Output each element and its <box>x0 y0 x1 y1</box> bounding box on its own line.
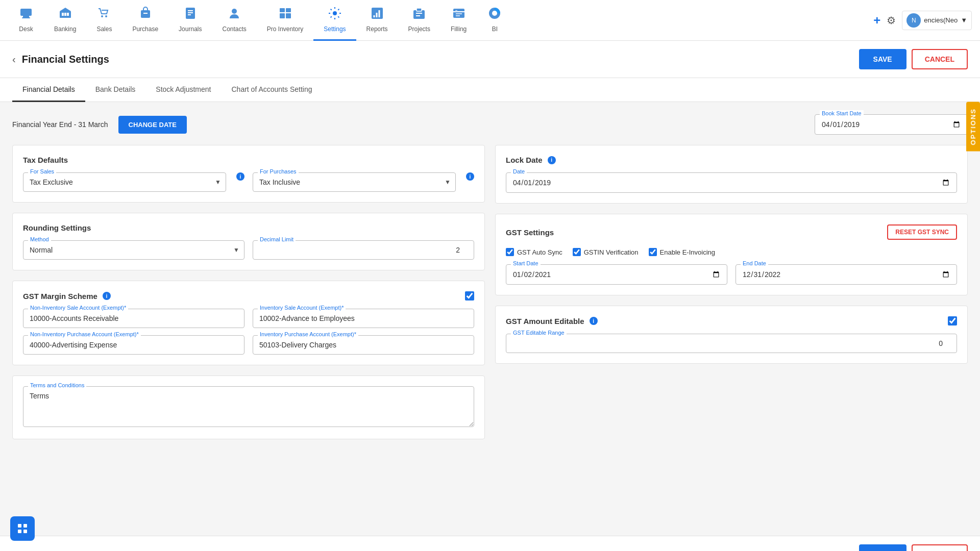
gst-editable-range-input[interactable] <box>506 334 957 353</box>
svg-point-16 <box>232 9 237 14</box>
back-button[interactable]: ‹ <box>12 54 16 65</box>
tax-defaults-row: For Sales Tax Exclusive Tax Inclusive No… <box>23 172 474 192</box>
gst-editable-range-label: GST Editable Range <box>511 330 567 336</box>
nav-item-reports[interactable]: Reports <box>356 0 398 41</box>
enable-einvoicing-item[interactable]: Enable E-Invoicing <box>649 248 715 256</box>
gst-auto-sync-item[interactable]: GST Auto Sync <box>506 248 562 256</box>
reset-gst-sync-button[interactable]: RESET GST SYNC <box>887 224 957 240</box>
for-sales-label: For Sales <box>28 168 56 174</box>
user-menu[interactable]: N encies(Neo ▼ <box>902 11 972 30</box>
form-body: Financial Year End - 31 March CHANGE DAT… <box>0 102 980 536</box>
user-avatar: N <box>906 13 921 28</box>
page-header: ‹ Financial Settings SAVE CANCEL <box>0 41 980 78</box>
method-select-wrapper: Normal Round Up Round Down Banker's Roun… <box>23 240 244 260</box>
cancel-button-bottom[interactable]: CANCEL <box>912 544 968 551</box>
gst-margin-scheme-info-icon[interactable]: i <box>103 292 111 300</box>
book-start-date-wrapper: Book Start Date <box>815 114 968 135</box>
method-select[interactable]: Normal Round Up Round Down Banker's Roun… <box>23 240 244 260</box>
nav-right: + ⚙ N encies(Neo ▼ <box>873 11 972 30</box>
gst-margin-row1: Non-Inventory Sale Account (Exempt)* Inv… <box>23 309 474 328</box>
for-purchases-group: For Purchases Tax Exclusive Tax Inclusiv… <box>253 172 456 192</box>
grid-apps-button[interactable] <box>10 516 35 541</box>
svg-rect-5 <box>62 13 64 16</box>
tab-bank-details[interactable]: Bank Details <box>85 78 146 102</box>
rounding-settings-card: Rounding Settings Method Normal Round Up… <box>12 213 485 270</box>
nav-item-settings[interactable]: Settings <box>313 0 356 41</box>
nav-item-banking[interactable]: Banking <box>44 0 86 41</box>
save-button-top[interactable]: SAVE <box>859 49 906 69</box>
nav-item-journals[interactable]: Journals <box>168 0 212 41</box>
projects-icon <box>412 6 426 23</box>
save-button-bottom[interactable]: SAVE <box>859 544 906 551</box>
non-inventory-sale-input[interactable] <box>23 309 244 328</box>
nav-item-sales[interactable]: Sales <box>86 0 122 41</box>
gst-start-date-input[interactable] <box>506 264 727 285</box>
gstin-verification-checkbox[interactable] <box>573 248 581 256</box>
gst-end-date-input[interactable] <box>736 264 957 285</box>
add-button[interactable]: + <box>873 13 880 28</box>
gst-margin-scheme-checkbox[interactable] <box>465 291 474 300</box>
gst-amount-editable-title-wrapper: GST Amount Editable i <box>506 317 598 325</box>
inventory-sale-input[interactable] <box>253 309 474 328</box>
svg-rect-36 <box>18 524 21 528</box>
lock-date-title: Lock Date <box>506 156 543 164</box>
inventory-purchase-input[interactable] <box>253 335 474 355</box>
decimal-limit-input[interactable] <box>253 240 474 260</box>
nav-item-bi[interactable]: BI <box>477 0 512 41</box>
svg-rect-20 <box>286 8 291 12</box>
tabs: Financial Details Bank Details Stock Adj… <box>0 78 980 102</box>
nav-item-pro-inventory[interactable]: Pro Inventory <box>257 0 313 41</box>
lock-date-info-icon[interactable]: i <box>548 156 556 164</box>
gst-margin-scheme-header-right <box>465 291 474 300</box>
gst-auto-sync-checkbox[interactable] <box>506 248 514 256</box>
non-inventory-purchase-group: Non-Inventory Purchase Account (Exempt)* <box>23 335 244 355</box>
gear-icon[interactable]: ⚙ <box>887 14 896 27</box>
inventory-sale-group: Inventory Sale Account (Exempt)* <box>253 309 474 328</box>
right-column: Lock Date i Date GST Settings RESET GST … <box>495 145 968 449</box>
gst-amount-editable-checkbox[interactable] <box>948 316 957 325</box>
enable-einvoicing-label: Enable E-Invoicing <box>660 248 715 256</box>
book-start-date-input[interactable] <box>815 114 968 135</box>
nav-projects-label: Projects <box>408 26 430 33</box>
nav-item-purchase[interactable]: Purchase <box>122 0 168 41</box>
gstin-verification-item[interactable]: GSTIN Verification <box>573 248 639 256</box>
nav-item-filling[interactable]: Filling <box>440 0 477 41</box>
gst-margin-scheme-title: GST Margin Scheme <box>23 292 97 300</box>
for-purchases-select[interactable]: Tax Exclusive Tax Inclusive No Tax <box>253 172 456 192</box>
svg-rect-27 <box>416 8 422 11</box>
lock-date-input[interactable] <box>506 172 957 193</box>
inventory-purchase-group: Inventory Purchase Account (Exempt)* <box>253 335 474 355</box>
tax-defaults-title: Tax Defaults <box>23 156 68 164</box>
gst-checkboxes-row: GST Auto Sync GSTIN Verification Enable … <box>506 248 957 256</box>
svg-marker-4 <box>60 8 71 11</box>
for-purchases-info-icon[interactable]: i <box>466 172 474 181</box>
nav-item-desk[interactable]: Desk <box>8 0 44 41</box>
contacts-icon <box>227 6 241 23</box>
non-inventory-purchase-input[interactable] <box>23 335 244 355</box>
tab-chart-of-accounts[interactable]: Chart of Accounts Setting <box>221 78 322 102</box>
lock-date-header: Lock Date i <box>506 156 957 164</box>
lock-date-card: Lock Date i Date <box>495 145 968 204</box>
change-date-button[interactable]: CHANGE DATE <box>118 116 187 134</box>
cancel-button-top[interactable]: CANCEL <box>912 49 968 69</box>
tab-financial-details[interactable]: Financial Details <box>12 78 85 102</box>
rounding-settings-row: Method Normal Round Up Round Down Banker… <box>23 240 474 260</box>
tab-stock-adjustment[interactable]: Stock Adjustment <box>145 78 221 102</box>
for-sales-select[interactable]: Tax Exclusive Tax Inclusive No Tax <box>23 172 226 192</box>
gst-amount-editable-info-icon[interactable]: i <box>590 317 598 325</box>
nav-item-projects[interactable]: Projects <box>398 0 440 41</box>
terms-textarea[interactable]: Terms <box>23 386 474 427</box>
non-inventory-sale-group: Non-Inventory Sale Account (Exempt)* <box>23 309 244 328</box>
page-content: ‹ Financial Settings SAVE CANCEL Financi… <box>0 41 980 551</box>
decimal-limit-group: Decimal Limit <box>253 240 474 260</box>
nav-purchase-label: Purchase <box>132 26 158 33</box>
enable-einvoicing-checkbox[interactable] <box>649 248 657 256</box>
nav-item-contacts[interactable]: Contacts <box>212 0 256 41</box>
journals-icon <box>183 6 198 23</box>
grid-icon <box>16 522 29 535</box>
options-tab[interactable]: OPTIONS <box>966 102 980 152</box>
terms-card: Terms and Conditions Terms <box>12 375 485 439</box>
bi-icon <box>487 6 502 23</box>
inventory-sale-label: Inventory Sale Account (Exempt)* <box>258 305 346 311</box>
for-sales-info-icon[interactable]: i <box>236 172 244 181</box>
